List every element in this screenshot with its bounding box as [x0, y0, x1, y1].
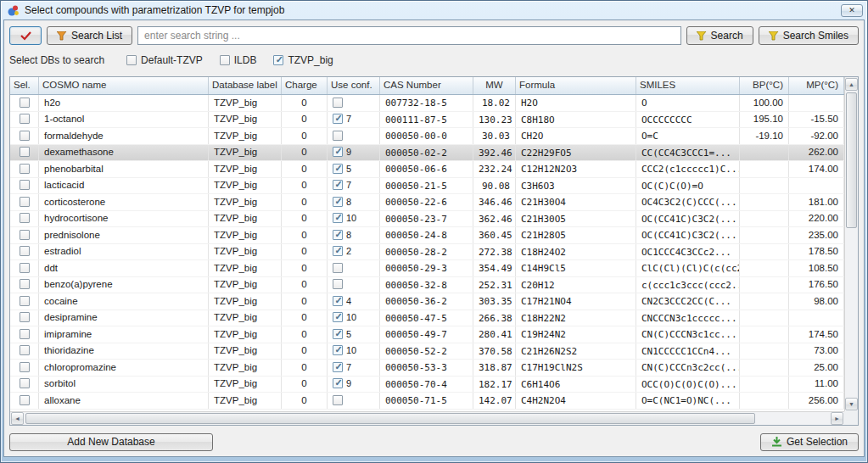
use-conf-checkbox[interactable]	[333, 279, 343, 289]
use-conf-checkbox[interactable]	[333, 230, 343, 240]
cell-charge: 0	[282, 377, 328, 393]
table-row[interactable]: estradiolTZVP_big02000050-28-2272.38C18H…	[10, 244, 844, 261]
close-button[interactable]: ✕	[841, 4, 863, 17]
row-select-checkbox[interactable]	[20, 230, 30, 240]
use-conf-checkbox[interactable]	[333, 362, 343, 372]
db-option-checkbox[interactable]	[126, 55, 137, 65]
table-row[interactable]: sorbitolTZVP_big09000050-70-4182.17C6H14…	[10, 377, 844, 393]
conf-count: 10	[346, 312, 356, 322]
row-select-checkbox[interactable]	[20, 98, 30, 108]
table-row[interactable]: thioridazineTZVP_big010000050-52-2370.58…	[10, 343, 844, 360]
row-select-checkbox[interactable]	[20, 147, 30, 157]
use-conf-checkbox[interactable]	[333, 164, 343, 174]
row-select-checkbox[interactable]	[20, 312, 30, 322]
use-conf-checkbox[interactable]	[333, 131, 343, 141]
cell-cas: 000050-36-2	[380, 293, 473, 310]
row-select-checkbox[interactable]	[20, 164, 30, 174]
table-row[interactable]: chloropromazineTZVP_big07000050-53-3318.…	[10, 360, 844, 377]
use-conf-checkbox[interactable]	[333, 114, 343, 124]
use-conf-checkbox[interactable]	[333, 197, 343, 207]
column-header[interactable]: Database label	[209, 77, 282, 94]
db-option-default-tzvp[interactable]: Default-TZVP	[126, 54, 203, 66]
row-select-checkbox[interactable]	[20, 329, 30, 339]
column-header[interactable]: SMILES	[636, 77, 740, 94]
row-select-checkbox[interactable]	[20, 246, 30, 256]
db-option-checkbox[interactable]	[273, 55, 283, 65]
select-all-check-button[interactable]	[9, 26, 42, 45]
table-row[interactable]: ddtTZVP_big0000050-29-3354.49C14H9Cl5ClC…	[10, 260, 844, 277]
vertical-scrollbar[interactable]: ▲ ▼	[844, 77, 858, 411]
row-select-checkbox[interactable]	[20, 263, 30, 273]
use-conf-checkbox[interactable]	[333, 147, 343, 157]
use-conf-checkbox[interactable]	[333, 213, 343, 223]
use-conf-checkbox[interactable]	[333, 395, 343, 405]
table-row[interactable]: imipramineTZVP_big05000050-49-7280.41C19…	[10, 326, 844, 343]
cell-mp	[789, 178, 844, 194]
row-select-checkbox[interactable]	[20, 197, 30, 207]
use-conf-checkbox[interactable]	[333, 98, 343, 108]
scroll-left-button[interactable]: ◄	[11, 412, 24, 425]
vertical-scroll-thumb[interactable]	[846, 92, 857, 228]
table-row[interactable]: benzo(a)pyreneTZVP_big0000050-32-8252.31…	[10, 277, 844, 294]
table-row[interactable]: hydrocortisoneTZVP_big010000050-23-7362.…	[10, 211, 844, 228]
horizontal-scroll-thumb[interactable]	[25, 413, 755, 424]
search-input[interactable]	[137, 26, 681, 45]
table-row[interactable]: h2oTZVP_big0007732-18-518.02H2OO100.00	[10, 95, 844, 112]
conf-count: 9	[346, 378, 351, 388]
use-conf-checkbox[interactable]	[333, 180, 343, 190]
row-select-checkbox[interactable]	[20, 180, 30, 190]
cell-db: TZVP_big	[209, 227, 282, 243]
column-header[interactable]: MP(°C)	[789, 77, 844, 94]
cell-conf: 10	[328, 211, 380, 227]
column-header[interactable]: BP(°C)	[740, 77, 789, 94]
cell-sel	[10, 194, 39, 210]
column-header[interactable]: MW	[473, 77, 516, 94]
db-option-ildb[interactable]: ILDB	[220, 54, 257, 66]
row-select-checkbox[interactable]	[20, 362, 30, 372]
get-selection-button[interactable]: Get Selection	[760, 433, 859, 451]
table-row[interactable]: cocaineTZVP_big04000050-36-2303.35C17H21…	[10, 293, 844, 310]
table-row[interactable]: 1-octanolTZVP_big07000111-87-5130.23C8H1…	[10, 112, 844, 129]
table-row[interactable]: formaldehydeTZVP_big0000050-00-030.03CH2…	[10, 128, 844, 145]
table-row[interactable]: dexamethasoneTZVP_big09000050-02-2392.46…	[10, 145, 844, 162]
cell-db: TZVP_big	[209, 178, 282, 194]
use-conf-checkbox[interactable]	[333, 329, 343, 339]
row-select-checkbox[interactable]	[20, 296, 30, 306]
title-bar[interactable]: Select compounds with parametrization TZ…	[1, 1, 867, 20]
column-header[interactable]: Sel.	[10, 77, 39, 94]
row-select-checkbox[interactable]	[20, 279, 30, 289]
column-header[interactable]: COSMO name	[39, 77, 209, 94]
scroll-right-button[interactable]: ►	[831, 412, 843, 425]
use-conf-checkbox[interactable]	[333, 345, 343, 355]
db-option-checkbox[interactable]	[220, 55, 230, 65]
table-row[interactable]: alloxaneTZVP_big0000050-71-5142.07C4H2N2…	[10, 393, 844, 410]
use-conf-checkbox[interactable]	[333, 263, 343, 273]
add-new-database-button[interactable]: Add New Database	[9, 433, 213, 451]
scroll-down-button[interactable]: ▼	[845, 398, 858, 410]
column-header[interactable]: Charge	[282, 77, 328, 94]
column-header[interactable]: CAS Number	[380, 77, 473, 94]
row-select-checkbox[interactable]	[20, 131, 30, 141]
table-row[interactable]: prednisoloneTZVP_big08000050-24-8360.45C…	[10, 227, 844, 244]
search-button[interactable]: Search	[686, 26, 753, 45]
row-select-checkbox[interactable]	[20, 378, 30, 388]
table-row[interactable]: corticosteroneTZVP_big08000050-22-6346.4…	[10, 194, 844, 211]
column-header[interactable]: Use conf.	[328, 77, 380, 94]
table-row[interactable]: phenobarbitalTZVP_big05000050-06-6232.24…	[10, 161, 844, 178]
search-smiles-button[interactable]: Search Smiles	[759, 26, 859, 45]
scroll-up-button[interactable]: ▲	[845, 78, 858, 91]
use-conf-checkbox[interactable]	[333, 246, 343, 256]
column-header[interactable]: Formula	[516, 77, 636, 94]
table-row[interactable]: desipramineTZVP_big010000050-47-5266.38C…	[10, 310, 844, 327]
use-conf-checkbox[interactable]	[333, 296, 343, 306]
db-option-tzvp_big[interactable]: TZVP_big	[273, 54, 333, 66]
row-select-checkbox[interactable]	[20, 345, 30, 355]
use-conf-checkbox[interactable]	[333, 312, 343, 322]
row-select-checkbox[interactable]	[20, 114, 30, 124]
search-list-button[interactable]: Search List	[47, 26, 132, 45]
row-select-checkbox[interactable]	[20, 395, 30, 405]
row-select-checkbox[interactable]	[20, 213, 30, 223]
horizontal-scrollbar[interactable]: ◄ ►	[10, 411, 844, 425]
table-row[interactable]: lacticacidTZVP_big07000050-21-590.08C3H6…	[10, 178, 844, 195]
use-conf-checkbox[interactable]	[333, 378, 343, 388]
